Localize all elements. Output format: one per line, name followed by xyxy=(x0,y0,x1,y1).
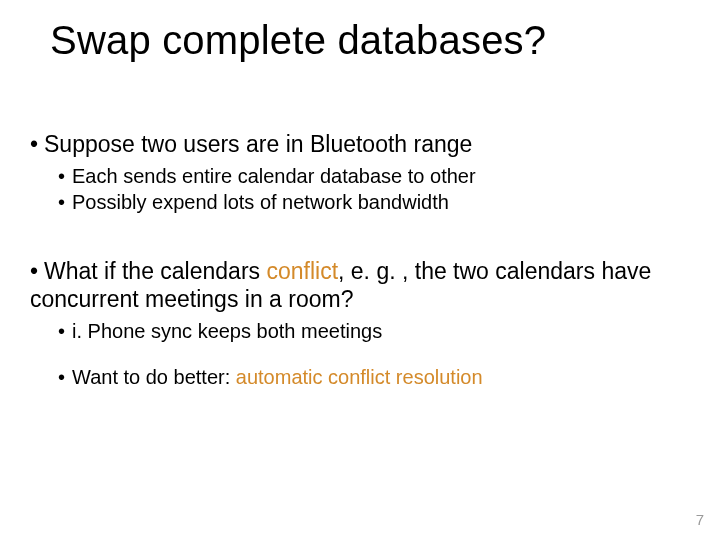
slide-body: •Suppose two users are in Bluetooth rang… xyxy=(30,130,690,392)
slide-title: Swap complete databases? xyxy=(50,18,546,63)
bullet-dot-icon: • xyxy=(30,130,44,158)
bullet-dot-icon: • xyxy=(58,365,72,389)
slide: Swap complete databases? •Suppose two us… xyxy=(0,0,720,540)
bullet-text-pre: Want to do better: xyxy=(72,366,236,388)
bullet-dot-icon: • xyxy=(58,190,72,214)
bullet-dot-icon: • xyxy=(30,257,44,285)
bullet-text: Each sends entire calendar database to o… xyxy=(72,165,476,187)
bullet-level2: •Want to do better: automatic conflict r… xyxy=(58,365,690,389)
bullet-level2: •i. Phone sync keeps both meetings xyxy=(58,319,690,343)
page-number: 7 xyxy=(696,511,704,528)
bullet-level2: •Each sends entire calendar database to … xyxy=(58,164,690,188)
bullet-level1: •Suppose two users are in Bluetooth rang… xyxy=(30,130,690,158)
bullet-level1: •What if the calendars conflict, e. g. ,… xyxy=(30,257,690,313)
bullet-level2: •Possibly expend lots of network bandwid… xyxy=(58,190,690,214)
bullet-text: Possibly expend lots of network bandwidt… xyxy=(72,191,449,213)
bullet-dot-icon: • xyxy=(58,164,72,188)
bullet-text: i. Phone sync keeps both meetings xyxy=(72,320,382,342)
bullet-dot-icon: • xyxy=(58,319,72,343)
highlight-conflict: conflict xyxy=(266,258,338,284)
highlight-acr: automatic conflict resolution xyxy=(236,366,483,388)
bullet-text: Suppose two users are in Bluetooth range xyxy=(44,131,472,157)
bullet-text-pre: What if the calendars xyxy=(44,258,266,284)
